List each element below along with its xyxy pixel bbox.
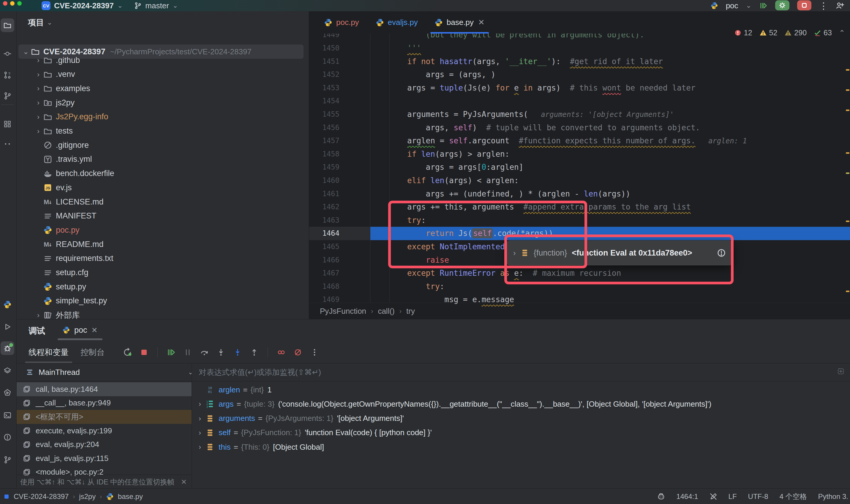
view-breakpoints-button[interactable] — [276, 347, 286, 357]
force-step-into-button[interactable] — [233, 347, 243, 357]
line-number[interactable]: 1455 — [309, 108, 339, 121]
more-actions-button[interactable]: ⋮ — [819, 1, 828, 11]
minimize-window-button[interactable] — [10, 1, 15, 6]
stop-button[interactable] — [139, 347, 149, 357]
status-project[interactable]: CVE-2024-28397 — [14, 492, 69, 501]
inspections-widget[interactable]: 12 52 290 63 ⌃ — [734, 29, 845, 37]
tree-item-js2py[interactable]: ›js2py — [17, 95, 309, 110]
status-line-col[interactable]: 1464:1 — [676, 492, 698, 501]
commit-tool[interactable] — [1, 47, 14, 60]
terminal-tool[interactable] — [1, 409, 14, 422]
tree-item--[interactable]: ›外部库 — [17, 308, 309, 319]
branch-name[interactable]: master — [145, 1, 169, 11]
status-line-ending[interactable]: LF — [728, 492, 737, 501]
variable-row-arguments[interactable]: ›arguments={PyJsArguments: 1}'[object Ar… — [192, 411, 850, 426]
variable-name[interactable]: arguments — [218, 414, 255, 423]
frame-row[interactable]: call, base.py:1464 — [17, 382, 192, 396]
line-number[interactable]: 1453 — [309, 81, 339, 95]
frame-row[interactable]: eval_js, evaljs.py:115 — [17, 451, 192, 465]
chevron-down-icon[interactable]: ⌄ — [117, 2, 123, 10]
tree-item-tests[interactable]: ›tests — [17, 124, 309, 138]
line-number[interactable]: 1465 — [309, 240, 339, 253]
line-number[interactable]: 1461 — [309, 187, 339, 201]
line-number[interactable]: 1460 — [309, 174, 339, 187]
line-number[interactable]: 1452 — [309, 68, 339, 81]
debugger-settings-button[interactable] — [775, 0, 790, 11]
line-number[interactable]: 1451 — [309, 55, 339, 68]
line-number[interactable]: 1458 — [309, 147, 339, 161]
git-tool[interactable] — [1, 89, 14, 103]
variable-row-self[interactable]: ›self={PyJsFunction: 1}'function Eval(co… — [192, 426, 850, 440]
chevron-down-icon[interactable]: ⌄ — [746, 2, 751, 10]
status-indent[interactable]: 4 个空格 — [780, 492, 807, 501]
status-encoding[interactable]: UTF-8 — [748, 492, 768, 501]
chevron-right-icon[interactable]: › — [195, 429, 205, 437]
frame-row[interactable]: eval, evaljs.py:204 — [17, 437, 192, 451]
line-number[interactable]: 1456 — [309, 121, 339, 134]
services-tool[interactable] — [1, 364, 14, 378]
line-number[interactable]: 1463 — [309, 214, 339, 227]
breadcrumb-item[interactable]: try — [406, 307, 415, 316]
chevron-right-icon[interactable]: › — [34, 84, 43, 93]
close-icon[interactable]: ✕ — [181, 478, 187, 486]
close-icon[interactable]: ✕ — [91, 326, 98, 335]
version-control-tool[interactable] — [1, 453, 14, 467]
frame-row[interactable]: execute, evaljs.py:199 — [17, 424, 192, 438]
line-number[interactable]: 1462 — [309, 200, 339, 214]
step-out-button[interactable] — [249, 347, 259, 357]
line-number[interactable]: 1450 — [309, 41, 339, 55]
add-watch-icon[interactable] — [837, 367, 845, 375]
line-number[interactable]: 1449 — [309, 34, 339, 41]
run-anything-tool[interactable] — [1, 386, 14, 399]
frame-row[interactable]: <框架不可用> — [17, 410, 192, 424]
chevron-down-icon[interactable]: ⌄ — [173, 2, 178, 10]
tree-item-simple-test-py[interactable]: simple_test.py — [17, 294, 309, 308]
line-number[interactable]: 1464 — [309, 227, 339, 240]
tab-console[interactable]: 控制台 — [81, 342, 105, 363]
tree-item-setup-cfg[interactable]: setup.cfg — [17, 266, 309, 280]
step-over-button[interactable] — [199, 347, 209, 357]
python-packages-tool[interactable] — [1, 298, 14, 311]
chevron-down-icon[interactable]: ⌄ — [47, 19, 52, 26]
frame-row[interactable]: __call__, base.py:949 — [17, 396, 192, 410]
chevron-right-icon[interactable]: › — [34, 127, 43, 136]
copilot-icon[interactable] — [657, 493, 665, 501]
rerun-button[interactable] — [122, 347, 132, 357]
variable-row-arglen[interactable]: 1001arglen={int}1 — [192, 383, 850, 397]
structure-tool[interactable] — [1, 117, 14, 131]
tree-item-examples[interactable]: ›examples — [17, 81, 309, 95]
tree-item-manifest[interactable]: MANIFEST — [17, 209, 309, 223]
chevron-right-icon[interactable]: › — [34, 70, 43, 79]
tree-item--github[interactable]: ›.github — [17, 53, 309, 67]
tree-item-requirements-txt[interactable]: requirements.txt — [17, 251, 309, 266]
project-tool[interactable] — [1, 18, 14, 32]
evaluate-expression-input[interactable]: 对表达式求值(↵)或添加监视(⇧⌘↵) — [199, 363, 321, 381]
tree-item--travis-yml[interactable]: .travis.yml — [17, 152, 309, 166]
line-number[interactable]: 1468 — [309, 280, 339, 293]
tree-item--venv[interactable]: ›.venv — [17, 67, 309, 82]
tree-item-js2py-egg-info[interactable]: ›Js2Py.egg-info — [17, 110, 309, 124]
line-number[interactable]: 1467 — [309, 267, 339, 280]
line-number[interactable]: 1457 — [309, 134, 339, 147]
status-package[interactable]: js2py — [79, 492, 95, 501]
code-with-me-icon[interactable] — [836, 1, 844, 10]
status-interpreter[interactable]: Python 3. — [818, 492, 848, 501]
problems-tool[interactable] — [1, 430, 14, 444]
debug-tool[interactable] — [1, 341, 14, 355]
tree-item-bench-dockerfile[interactable]: bench.dockerfile — [17, 166, 309, 181]
kebab-button[interactable] — [309, 347, 320, 357]
more-tool-windows[interactable] — [1, 137, 14, 151]
variable-name[interactable]: self — [218, 428, 230, 437]
chevron-right-icon[interactable]: › — [34, 113, 43, 121]
tab-threads-variables[interactable]: 线程和变量 — [29, 342, 69, 363]
close-window-button[interactable] — [3, 1, 7, 6]
zoom-window-button[interactable] — [17, 1, 22, 6]
variable-name[interactable]: this — [218, 443, 230, 452]
mute-breakpoints-button[interactable] — [293, 347, 303, 357]
tree-item-poc-py[interactable]: poc.py — [17, 223, 309, 237]
breadcrumb-item[interactable]: call() — [378, 307, 394, 316]
thread-selector[interactable]: MainThread ⌄ — [17, 363, 200, 381]
resume-button[interactable] — [166, 347, 176, 357]
variable-row-args[interactable]: ›123args={tuple: 3}('console.log(Object.… — [192, 397, 850, 411]
run-config-name[interactable]: poc — [726, 1, 738, 11]
